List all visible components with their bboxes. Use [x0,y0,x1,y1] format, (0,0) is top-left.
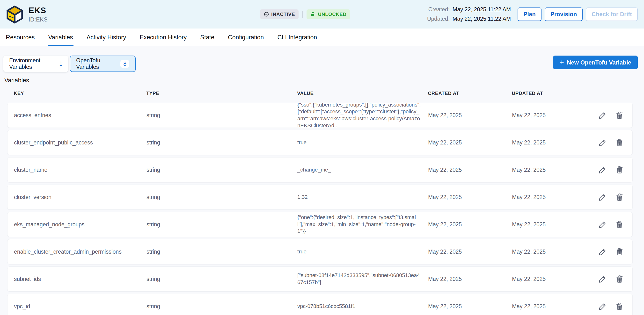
table-row: subnet_ids string ["subnet-08f14e7142d33… [7,267,633,292]
provision-button[interactable]: Provision [545,7,582,21]
row-actions [584,247,632,256]
variable-value: {"one":{"desired_size":1,"instance_types… [297,214,427,235]
opentofu-variables-tab[interactable]: OpenTofu Variables 8 [70,55,136,72]
opentofu-cube-logo [5,5,24,24]
delete-variable-button[interactable] [615,193,624,202]
delete-variable-button[interactable] [615,275,624,284]
pencil-icon [598,111,607,120]
table-row: enable_cluster_creator_admin_permissions… [7,239,633,264]
delete-variable-button[interactable] [615,111,624,120]
table-row: cluster_endpoint_public_access string tr… [7,130,633,155]
plus-icon: + [560,59,564,66]
pencil-icon [598,247,607,256]
delete-variable-button[interactable] [615,220,624,229]
table-row: vpc_id string vpc-078b51c6cbc5581f1 May … [7,294,633,315]
tab-variables[interactable]: Variables [48,28,73,46]
status-badges: INACTIVE UNLOCKED [260,0,350,28]
variable-created-at: May 22, 2025 [428,167,512,173]
pencil-icon [598,138,607,147]
row-actions [584,302,632,311]
variable-updated-at: May 22, 2025 [512,221,584,228]
trash-icon [615,302,624,311]
tab-cli-integration[interactable]: CLI Integration [277,28,317,46]
status-badge-label: INACTIVE [271,11,295,17]
status-badge: INACTIVE [260,9,298,19]
pencil-icon [598,220,607,229]
edit-variable-button[interactable] [598,193,607,202]
table-row: cluster_version string 1.32 May 22, 2025… [7,185,633,210]
variable-created-at: May 22, 2025 [428,112,512,119]
row-actions [584,138,632,147]
tab-configuration[interactable]: Configuration [228,28,264,46]
delete-variable-button[interactable] [615,138,624,147]
row-actions [584,275,632,284]
unlock-icon [310,11,316,17]
variable-created-at: May 22, 2025 [428,139,512,146]
variable-type: string [146,112,297,119]
edit-variable-button[interactable] [598,220,607,229]
delete-variable-button[interactable] [615,302,624,311]
badge-divider [302,11,303,18]
variable-value: true [297,139,427,146]
tab-execution-history[interactable]: Execution History [140,28,187,46]
environment-variables-tab[interactable]: Environment Variables 1 [4,55,68,72]
edit-variable-button[interactable] [598,275,607,284]
variable-created-at: May 22, 2025 [428,303,512,310]
table-row: eks_managed_node_groups string {"one":{"… [7,212,633,237]
table-header-row: KEY TYPE VALUE CREATED AT UPDATED AT [7,84,633,103]
trash-icon [615,247,624,256]
variable-type: string [146,249,297,255]
edit-variable-button[interactable] [598,111,607,120]
header-actions: Plan Provision Check for Drift [518,7,638,21]
edit-variable-button[interactable] [598,138,607,147]
column-header-created-at: CREATED AT [428,91,512,96]
table-row: cluster_name string _change_me_ May 22, … [7,157,633,182]
new-opentofu-variable-button[interactable]: + New OpenTofu Variable [553,55,638,69]
row-actions [584,165,632,174]
delete-variable-button[interactable] [615,165,624,174]
edit-variable-button[interactable] [598,165,607,174]
variable-key: cluster_endpoint_public_access [14,139,146,146]
plan-button[interactable]: Plan [518,7,542,21]
variable-created-at: May 22, 2025 [428,276,512,282]
variable-key: vpc_id [14,303,146,310]
edit-variable-button[interactable] [598,247,607,256]
pencil-icon [598,302,607,311]
opentofu-variables-count: 8 [120,60,129,68]
pencil-icon [598,193,607,201]
variable-updated-at: May 22, 2025 [512,167,584,173]
tab-activity-history[interactable]: Activity History [86,28,126,46]
tab-resources[interactable]: Resources [6,28,35,46]
variable-updated-at: May 22, 2025 [512,139,584,146]
edit-variable-button[interactable] [598,302,607,311]
variable-updated-at: May 22, 2025 [512,303,584,310]
updated-label: Updated: [424,16,450,22]
variable-value: true [297,248,427,255]
delete-variable-button[interactable] [615,247,624,256]
variable-type: string [146,167,297,173]
timestamps: Created: May 22, 2025 11:22 AM Updated: … [424,6,511,22]
variable-updated-at: May 22, 2025 [512,249,584,255]
variable-key: cluster_name [14,167,146,173]
variable-type: string [146,276,297,282]
column-header-type: TYPE [146,91,297,96]
variable-type: string [146,194,297,201]
table-body: access_entries string {"sso":{"kubernete… [7,103,633,315]
created-row: Created: May 22, 2025 11:22 AM [424,6,511,13]
variables-page: Environment Variables 1 OpenTofu Variabl… [0,46,644,315]
trash-icon [615,193,624,201]
variable-key: eks_managed_node_groups [14,221,146,228]
check-for-drift-button[interactable]: Check for Drift [586,7,638,21]
row-actions [584,220,632,229]
trash-icon [615,111,624,120]
lock-badge: UNLOCKED [306,9,350,19]
variable-value: 1.32 [297,194,427,201]
variable-type: string [146,221,297,228]
lock-badge-label: UNLOCKED [318,11,346,17]
column-header-updated-at: UPDATED AT [512,91,584,96]
app-header: EKS ID:EKS INACTIVE UNLOCKED Created: Ma… [0,0,644,28]
tab-state[interactable]: State [200,28,214,46]
trash-icon [615,275,624,283]
updated-row: Updated: May 22, 2025 11:22 AM [424,16,511,22]
trash-icon [615,220,624,229]
